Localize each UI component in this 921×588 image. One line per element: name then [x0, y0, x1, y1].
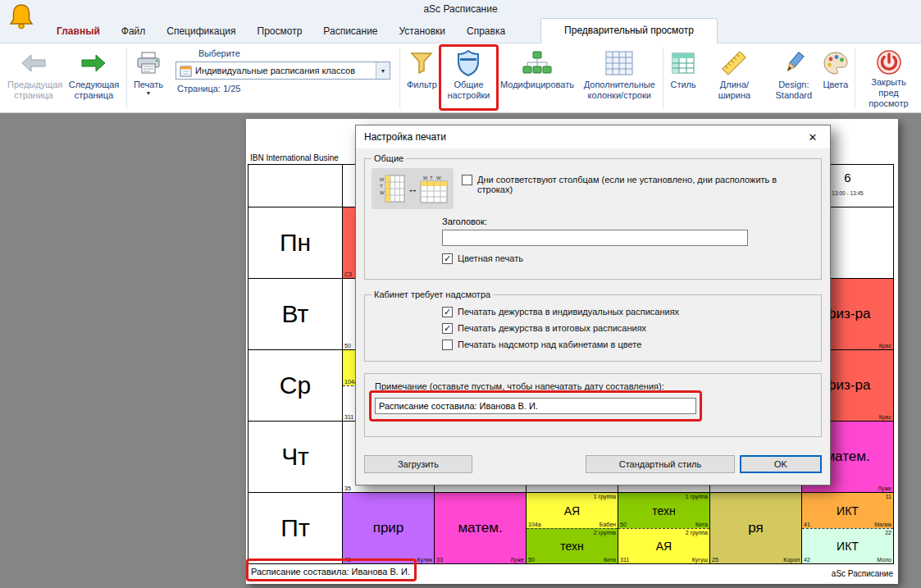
- checkbox-box: ✓: [442, 307, 453, 317]
- checkbox-duty-summary[interactable]: ✓ Печатать дежурства в итоговых расписан…: [442, 323, 814, 334]
- room-label: 311: [620, 557, 629, 563]
- check-icon: ✓: [444, 253, 451, 263]
- checkbox-label: Печатать дежурства в индивидуальных расп…: [458, 307, 679, 317]
- room-label: С3: [344, 271, 352, 277]
- checkbox-color-print[interactable]: ✓ Цветная печать: [442, 253, 814, 264]
- power-icon: [876, 48, 902, 75]
- school-name: IBN International Busine: [250, 153, 339, 162]
- checkbox-label: Дни соответствуют столбцам (если не уста…: [477, 175, 806, 194]
- header-label: Заголовок:: [442, 217, 487, 226]
- lesson-cell-fri-2: матем. 33 Луже: [435, 493, 527, 564]
- subject-label: АЯ: [527, 504, 618, 517]
- teacher-label: Крас: [879, 414, 891, 420]
- room-label: 104а: [528, 522, 541, 527]
- colors-button[interactable]: Цвета: [818, 46, 852, 111]
- menu-item-settings[interactable]: Установки: [389, 20, 456, 43]
- print-dropdown-icon[interactable]: ▼: [146, 90, 152, 97]
- teacher-label: Кугуш: [692, 557, 708, 563]
- checkbox-supervision-color[interactable]: Печатать надсмотр над кабинетами в цвете: [442, 340, 814, 350]
- extra-columns-label: Дополнительные колонки/строки: [582, 80, 657, 101]
- ruler-icon: [720, 48, 748, 78]
- check-icon: ✓: [444, 307, 451, 317]
- supervision-group: Кабинет требует надсмотра ✓ Печатать деж…: [364, 289, 822, 362]
- lesson-half-top: 1 группа техн 50 Кита: [618, 493, 709, 528]
- style-label: Стиль: [670, 80, 695, 90]
- menu-item-help[interactable]: Справка: [456, 20, 516, 43]
- period-number: 6: [844, 171, 850, 185]
- days-orientation-icon: M T W ↔ M T W: [372, 168, 454, 209]
- shield-icon: [457, 48, 480, 78]
- group-label: 2 группа: [686, 530, 708, 536]
- day-header-wed: Ср: [248, 350, 343, 422]
- teacher-label: Корол: [783, 557, 800, 563]
- next-page-button[interactable]: Следующая страница: [64, 46, 124, 111]
- previous-page-button[interactable]: Предыдущая страница: [3, 46, 64, 111]
- modify-button[interactable]: Модифицировать: [496, 46, 578, 111]
- timetable-corner-cell: [248, 165, 343, 207]
- tab-print-preview[interactable]: Предварительный просмотр: [540, 18, 718, 43]
- menu-item-main[interactable]: Главный: [46, 20, 111, 43]
- toolbar-separator: [399, 48, 400, 109]
- grid-table-icon: [605, 48, 633, 78]
- lesson-cell-fri-1: прир 48 Кулик: [343, 493, 435, 564]
- lesson-cell-fri-5: ря 25 Корол: [710, 493, 802, 564]
- check-icon: ✓: [444, 323, 451, 333]
- length-width-button[interactable]: Длина/ширина: [700, 46, 768, 111]
- room-label: 41: [804, 522, 810, 527]
- room-label: 42: [804, 557, 810, 563]
- subject-label: ИКТ: [802, 504, 893, 517]
- checkbox-days-as-columns[interactable]: Дни соответствуют столбцам (если не уста…: [462, 175, 806, 194]
- ok-button[interactable]: OK: [740, 455, 822, 473]
- standard-style-button[interactable]: Стандартный стиль: [586, 455, 735, 473]
- close-preview-button[interactable]: Закрыть пред просмотр: [858, 46, 919, 111]
- subject-label: АЯ: [618, 540, 709, 553]
- toolbar: Предыдущая страница Следующая страница П…: [0, 43, 921, 113]
- lesson-half-top: 1 группа АЯ 104а Бабен: [527, 493, 618, 528]
- close-icon[interactable]: ✕: [796, 125, 830, 148]
- choose-caption: Выберите: [198, 48, 390, 58]
- subject-label: техн: [527, 540, 618, 553]
- asc-bell-logo-icon: [8, 2, 34, 30]
- menu-item-file[interactable]: Файл: [111, 20, 157, 43]
- print-settings-dialog: Настройка печати ✕ Общие M T W ↔ M T W: [355, 125, 831, 485]
- dialog-titlebar: Настройка печати ✕: [356, 125, 830, 148]
- page-indicator: Страница: 1/25: [177, 84, 390, 93]
- lesson-half-bottom: 2 группа АЯ 311 Кугуш: [618, 528, 709, 563]
- length-width-label: Длина/ширина: [704, 80, 764, 101]
- window-title: aSc Расписание: [423, 3, 497, 15]
- printer-icon: [135, 48, 162, 78]
- room-label: 50: [528, 557, 535, 563]
- menu-item-specification[interactable]: Спецификация: [156, 20, 246, 43]
- menu-item-view[interactable]: Просмотр: [247, 20, 313, 43]
- checkbox-box: ✓: [442, 253, 453, 264]
- pencil-icon: [782, 48, 806, 78]
- report-type-dropdown[interactable]: Индивидуальные расписания классов ▼: [176, 62, 390, 80]
- print-button[interactable]: Печать ▼: [130, 46, 167, 111]
- svg-text:T: T: [430, 175, 433, 180]
- lesson-cell-fri-3: 1 группа АЯ 104а Бабен 2 группа техн 50 …: [527, 493, 618, 564]
- note-input[interactable]: [375, 398, 696, 414]
- modify-label: Модифицировать: [500, 80, 574, 90]
- load-button[interactable]: Загрузить: [364, 455, 472, 473]
- day-header-mon: Пн: [248, 207, 343, 279]
- dialog-title: Настройка печати: [364, 131, 446, 143]
- svg-text:W: W: [436, 175, 441, 180]
- design-button[interactable]: Design: Standard: [768, 46, 818, 111]
- toolbar-separator: [663, 48, 663, 109]
- filter-button[interactable]: Фильтр: [403, 46, 441, 111]
- chevron-down-icon[interactable]: ▼: [376, 62, 390, 79]
- checkbox-duty-individual[interactable]: ✓ Печатать дежурства в индивидуальных ра…: [442, 307, 814, 317]
- note-label: Примечание (оставьте пустым, чтобы напеч…: [375, 381, 814, 391]
- checkbox-box: [462, 175, 472, 185]
- general-settings-button[interactable]: Общие настройки: [441, 46, 496, 111]
- svg-text:W: W: [380, 190, 385, 195]
- room-label: 48: [344, 557, 351, 563]
- header-input[interactable]: [442, 230, 748, 246]
- print-label: Печать: [134, 80, 163, 90]
- teacher-label: Кита: [604, 557, 616, 563]
- subject-label: прир: [343, 520, 434, 536]
- style-button[interactable]: Стиль: [666, 46, 700, 111]
- teacher-label: Малик: [874, 522, 891, 527]
- menu-item-timetable[interactable]: Расписание: [312, 20, 388, 43]
- extra-columns-button[interactable]: Дополнительные колонки/строки: [578, 46, 661, 111]
